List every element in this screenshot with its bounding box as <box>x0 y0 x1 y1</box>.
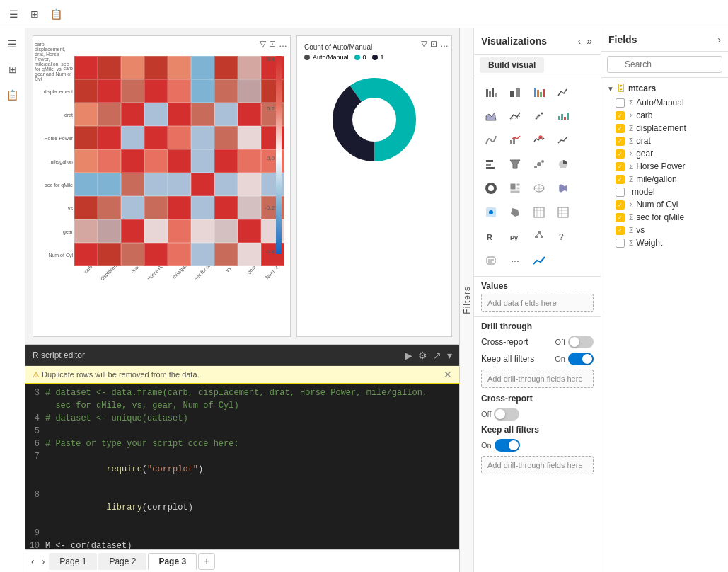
r-warning-close[interactable]: ✕ <box>444 369 452 380</box>
tab-build-visual[interactable]: Build visual <box>480 57 544 73</box>
viz-icon-pie[interactable] <box>552 153 574 176</box>
filters-sidebar[interactable]: Filters <box>460 28 474 572</box>
cross-report-toggle-2[interactable]: Off <box>481 408 519 421</box>
viz-icon-more[interactable]: ··· <box>504 249 526 272</box>
viz-icon-shape-map[interactable] <box>504 201 526 224</box>
viz-icon-donut[interactable] <box>480 177 502 200</box>
field-item-8[interactable]: ΣNum of Cyl <box>601 198 728 211</box>
cross-report-track-2[interactable] <box>494 408 519 421</box>
fields-expand-icon[interactable]: › <box>717 34 721 45</box>
field-checkbox-8[interactable] <box>616 200 625 210</box>
field-item-2[interactable]: Σdisplacement <box>601 122 728 135</box>
viz-icon-line-cluster[interactable] <box>504 105 526 127</box>
r-run-icon[interactable]: ▶ <box>405 350 412 361</box>
viz-icon-waterfall[interactable] <box>552 105 574 127</box>
keep-filters-track[interactable] <box>568 353 594 365</box>
viz-icon-matrix[interactable] <box>552 201 574 224</box>
viz-icon-clustered-bar[interactable] <box>504 81 526 103</box>
values-drop-zone[interactable]: Add data fields here <box>481 294 594 312</box>
viz-icon-anomaly[interactable] <box>528 129 550 151</box>
left-icon-2[interactable]: ⊞ <box>3 59 23 79</box>
viz-icon-decomp[interactable] <box>528 225 550 248</box>
filter-icon[interactable]: ▽ <box>260 39 266 49</box>
viz-icon-filled-map[interactable] <box>552 177 574 200</box>
viz-panel: Visualizations ‹ » Build visual <box>474 28 601 572</box>
field-group-expand-icon: ▼ <box>607 85 614 93</box>
field-item-3[interactable]: Σdrat <box>601 135 728 147</box>
viz-icon-area[interactable] <box>480 105 502 127</box>
viz-icon-forecast[interactable] <box>552 129 574 151</box>
tab-page-1[interactable]: Page 1 <box>49 553 97 570</box>
viz-back-icon[interactable]: ‹ <box>577 34 583 48</box>
toolbar-menu-icon[interactable]: ☰ <box>6 6 21 22</box>
field-checkbox-2[interactable] <box>616 124 625 133</box>
field-checkbox-5[interactable] <box>616 162 625 171</box>
add-page-button[interactable]: + <box>198 553 215 570</box>
donut-more-icon[interactable]: … <box>440 39 449 49</box>
page-nav-next[interactable]: › <box>39 556 48 567</box>
field-checkbox-6[interactable] <box>616 175 625 184</box>
drill-fields-drop-2[interactable]: Add drill-through fields here <box>481 456 594 474</box>
viz-icon-stacked-bar[interactable] <box>480 81 502 103</box>
r-collapse-icon[interactable]: ▾ <box>447 350 452 361</box>
cross-report-toggle[interactable]: Off <box>555 336 594 348</box>
viz-icon-scatter[interactable] <box>528 105 550 127</box>
tab-page-3[interactable]: Page 3 <box>148 553 197 570</box>
viz-icon-line[interactable] <box>552 81 574 103</box>
field-item-0[interactable]: ΣAuto/Manual <box>601 96 728 109</box>
page-nav-prev[interactable]: ‹ <box>28 556 37 567</box>
left-icon-1[interactable]: ☰ <box>3 34 23 54</box>
field-item-11[interactable]: ΣWeight <box>601 236 728 249</box>
viz-icon-combo[interactable] <box>504 129 526 151</box>
viz-icon-azure-map[interactable] <box>480 201 502 224</box>
field-item-5[interactable]: ΣHorse Power <box>601 160 728 173</box>
viz-icon-scatter2[interactable] <box>528 153 550 176</box>
viz-icon-bar-horiz[interactable] <box>480 153 502 176</box>
field-checkbox-4[interactable] <box>616 149 625 159</box>
field-checkbox-11[interactable] <box>616 239 625 248</box>
field-item-4[interactable]: Σgear <box>601 147 728 160</box>
r-settings-icon[interactable]: ⚙ <box>418 350 427 361</box>
field-checkbox-7[interactable] <box>616 188 625 197</box>
toolbar-doc-icon[interactable]: 📋 <box>48 6 64 22</box>
field-item-10[interactable]: Σvs <box>601 224 728 236</box>
tab-page-2[interactable]: Page 2 <box>98 553 146 570</box>
keep-filters-row: Keep all filters On <box>481 353 594 365</box>
keep-filters-toggle[interactable]: On <box>555 353 594 365</box>
donut-expand-icon[interactable]: ⊡ <box>430 39 437 49</box>
field-group-mtcars[interactable]: ▼ 🗄 mtcars <box>601 81 728 96</box>
viz-icon-trend[interactable] <box>528 249 550 272</box>
left-icon-3[interactable]: 📋 <box>3 85 23 105</box>
keep-filters-toggle-2[interactable]: On <box>481 439 520 452</box>
drill-fields-drop[interactable]: Add drill-through fields here <box>481 370 594 388</box>
viz-icon-funnel[interactable] <box>504 153 526 176</box>
field-checkbox-3[interactable] <box>616 137 625 146</box>
viz-icon-ribbon[interactable] <box>480 129 502 151</box>
viz-icon-table[interactable] <box>528 201 550 224</box>
viz-icon-py-visual[interactable]: Py <box>504 225 526 248</box>
viz-icon-qanda[interactable]: ? <box>552 225 574 248</box>
viz-icon-treemap[interactable] <box>504 177 526 200</box>
field-checkbox-0[interactable] <box>616 98 625 108</box>
viz-icon-r-visual[interactable]: R <box>480 225 502 248</box>
r-code-area[interactable]: 3 # dataset <- data.frame(carb, displace… <box>25 384 459 549</box>
more-icon[interactable]: … <box>279 39 287 49</box>
field-item-9[interactable]: Σsec for qMile <box>601 211 728 224</box>
keep-filters-track-2[interactable] <box>495 439 520 452</box>
field-checkbox-1[interactable] <box>616 111 625 120</box>
toolbar-grid-icon[interactable]: ⊞ <box>27 6 42 22</box>
field-item-6[interactable]: Σmile/gallon <box>601 173 728 185</box>
cross-report-track[interactable] <box>568 336 594 348</box>
field-item-1[interactable]: Σcarb <box>601 109 728 122</box>
viz-forward-icon[interactable]: » <box>585 34 594 48</box>
expand-icon[interactable]: ⊡ <box>269 39 276 49</box>
viz-icon-100-stacked[interactable] <box>528 81 550 103</box>
viz-icon-map[interactable] <box>528 177 550 200</box>
viz-icon-narrative[interactable] <box>480 249 502 272</box>
field-checkbox-9[interactable] <box>616 213 625 222</box>
r-expand-icon[interactable]: ↗ <box>433 350 441 361</box>
fields-search-input[interactable] <box>607 56 722 73</box>
field-checkbox-10[interactable] <box>616 226 625 235</box>
field-item-7[interactable]: model <box>601 185 728 198</box>
donut-filter-icon[interactable]: ▽ <box>421 39 427 49</box>
